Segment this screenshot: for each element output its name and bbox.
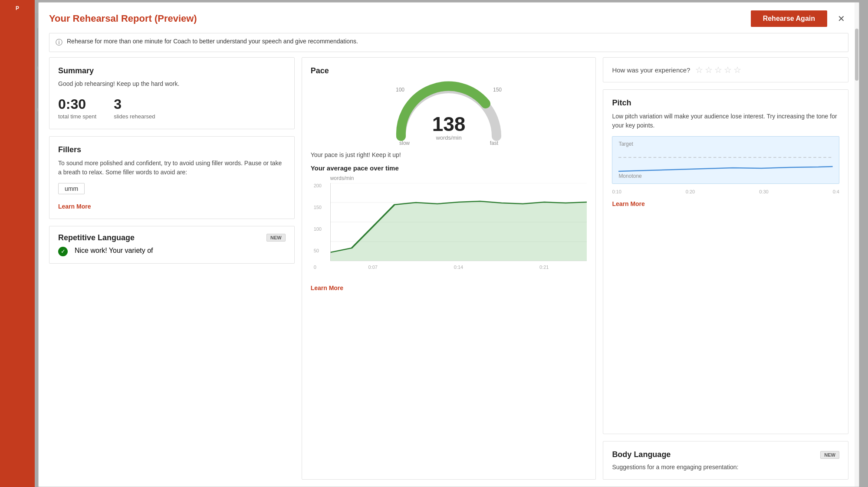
time-value: 0:30	[58, 96, 96, 112]
x-label-014: 0:14	[454, 265, 463, 270]
fillers-card: Fillers To sound more polished and confi…	[49, 136, 295, 219]
right-column: How was your experience? ☆ ☆ ☆ ☆ ☆ Pitch…	[603, 57, 848, 480]
filler-word-badge: umm	[58, 183, 85, 194]
fillers-title: Fillers	[58, 145, 286, 154]
y-50: 50	[314, 248, 319, 253]
pitch-monotone-label: Monotone	[618, 173, 641, 179]
chart-section-title: Your average pace over time	[311, 164, 587, 172]
rating-text: How was your experience?	[612, 66, 690, 74]
y-100: 100	[314, 226, 322, 232]
y-200: 200	[314, 183, 322, 188]
pace-chart-svg	[330, 183, 587, 261]
star-1[interactable]: ☆	[695, 65, 703, 75]
x-label-021: 0:21	[539, 265, 549, 270]
chart-area: 200 150 100 50 0	[330, 183, 587, 270]
fillers-learn-more-link[interactable]: Learn More	[58, 203, 286, 210]
sidebar: P	[0, 0, 35, 487]
time-label: total time spent	[58, 113, 96, 120]
modal-title: Your Rehearsal Report (Preview)	[49, 13, 197, 24]
close-button[interactable]: ✕	[834, 12, 848, 26]
rep-lang-badge: NEW	[266, 234, 286, 242]
summary-card: Summary Good job rehearsing! Keep up the…	[49, 57, 295, 129]
gauge-label-100: 100	[396, 87, 404, 93]
modal-header-right: Rehearse Again ✕	[751, 10, 848, 27]
left-column: Summary Good job rehearsing! Keep up the…	[49, 57, 295, 480]
y-0: 0	[314, 265, 316, 270]
pitch-x-0-10: 0:10	[612, 189, 621, 194]
pitch-x-0-20: 0:20	[686, 189, 695, 194]
star-2[interactable]: ☆	[705, 65, 713, 75]
y-150: 150	[314, 205, 322, 210]
star-3[interactable]: ☆	[714, 65, 722, 75]
body-language-card: Body Language NEW Suggestions for a more…	[603, 441, 848, 480]
star-4[interactable]: ☆	[724, 65, 732, 75]
pitch-x-0-30: 0:30	[759, 189, 768, 194]
info-text: Rehearse for more than one minute for Co…	[67, 38, 358, 45]
scrollbar-thumb[interactable]	[855, 29, 858, 81]
modal-header: Your Rehearsal Report (Preview) Rehearse…	[39, 3, 859, 33]
pitch-target-label: Target	[618, 141, 833, 147]
pitch-chart: Target Monotone	[612, 136, 839, 184]
rep-lang-title: Repetitive Language	[58, 233, 135, 242]
pitch-chart-svg	[618, 149, 833, 179]
summary-feedback: Good job rehearsing! Keep up the hard wo…	[58, 80, 286, 88]
x-label-007: 0:07	[368, 265, 378, 270]
rep-lang-feedback: Nice work! Your variety of	[75, 247, 153, 255]
pace-learn-more-link[interactable]: Learn More	[311, 284, 587, 291]
chart-y-label: words/min	[330, 175, 587, 181]
pace-gauge-container: 100 150 138 words/min slow fast	[392, 80, 505, 146]
pace-title: Pace	[311, 66, 587, 75]
pitch-card: Pitch Low pitch variation will make your…	[603, 89, 848, 434]
pitch-title: Pitch	[612, 98, 839, 108]
repetitive-language-card: Repetitive Language NEW ✓ Nice work! You…	[49, 226, 295, 264]
sidebar-logo: P	[0, 0, 35, 16]
pitch-text: Low pitch variation will make your audie…	[612, 112, 839, 130]
chart-x-labels: 0:07 0:14 0:21	[330, 263, 587, 270]
check-icon: ✓	[58, 247, 68, 256]
pitch-x-0-40: 0:4	[833, 189, 839, 194]
pace-card: Pace 100 150 138 words/min	[302, 57, 596, 480]
info-banner: ⓘ Rehearse for more than one minute for …	[49, 33, 848, 52]
pitch-learn-more-link[interactable]: Learn More	[612, 200, 839, 207]
body-lang-text: Suggestions for a more engaging presenta…	[612, 464, 839, 471]
body-lang-header: Body Language NEW	[612, 450, 839, 459]
slides-label: slides rehearsed	[114, 113, 155, 120]
star-5[interactable]: ☆	[733, 65, 741, 75]
rating-card: How was your experience? ☆ ☆ ☆ ☆ ☆	[603, 57, 848, 82]
summary-stats: 0:30 total time spent 3 slides rehearsed	[58, 96, 286, 120]
body-lang-badge: NEW	[820, 451, 839, 459]
summary-title: Summary	[58, 66, 286, 75]
gauge-slow-label: slow	[399, 140, 410, 146]
stars-container[interactable]: ☆ ☆ ☆ ☆ ☆	[695, 65, 741, 75]
pace-feedback: Your pace is just right! Keep it up!	[311, 151, 587, 158]
rehearse-again-button[interactable]: Rehearse Again	[751, 10, 827, 27]
gauge-fast-label: fast	[490, 140, 498, 146]
info-icon: ⓘ	[56, 38, 62, 47]
svg-text:138: 138	[432, 113, 466, 135]
gauge-label-150: 150	[493, 87, 502, 93]
slides-value: 3	[114, 96, 155, 112]
rep-lang-content: ✓ Nice work! Your variety of	[58, 247, 286, 256]
body-lang-title: Body Language	[612, 450, 671, 459]
rehearsal-report-modal: Your Rehearsal Report (Preview) Rehearse…	[38, 2, 859, 487]
rep-lang-header: Repetitive Language NEW	[58, 233, 286, 242]
gauge-svg: 138 words/min	[392, 80, 505, 143]
time-stat: 0:30 total time spent	[58, 96, 96, 120]
top-cards-row: Summary Good job rehearsing! Keep up the…	[39, 57, 859, 487]
slides-stat: 3 slides rehearsed	[114, 96, 155, 120]
pitch-x-labels: 0:10 0:20 0:30 0:4	[612, 188, 839, 198]
app-background: P Beginning Your Rehearsal Report (Previ…	[0, 0, 868, 487]
chart-wrapper: words/min 200 150 100 50 0	[311, 175, 587, 280]
fillers-text: To sound more polished and confident, tr…	[58, 159, 286, 177]
svg-text:words/min: words/min	[435, 134, 461, 141]
scrollbar-track	[855, 3, 859, 487]
